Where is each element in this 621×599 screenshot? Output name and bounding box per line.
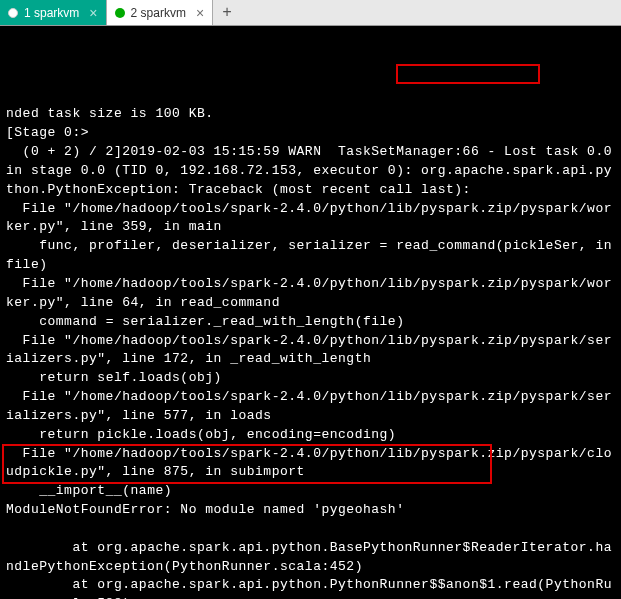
close-icon[interactable]: ×	[196, 5, 204, 21]
terminal-output[interactable]: nded task size is 100 KB. [Stage 0:> (0 …	[0, 26, 621, 599]
tab-label: 1 sparkvm	[24, 6, 79, 20]
terminal-text: nded task size is 100 KB. [Stage 0:> (0 …	[6, 105, 615, 599]
tab-sparkvm-1[interactable]: 1 sparkvm ×	[0, 0, 107, 25]
close-icon[interactable]: ×	[89, 5, 97, 21]
tab-bar: 1 sparkvm × 2 sparkvm × +	[0, 0, 621, 26]
status-dot-icon	[8, 8, 18, 18]
status-dot-icon	[115, 8, 125, 18]
tab-label: 2 sparkvm	[131, 6, 186, 20]
highlight-ip	[396, 64, 540, 84]
add-tab-button[interactable]: +	[213, 0, 241, 25]
tab-sparkvm-2[interactable]: 2 sparkvm ×	[107, 0, 214, 25]
